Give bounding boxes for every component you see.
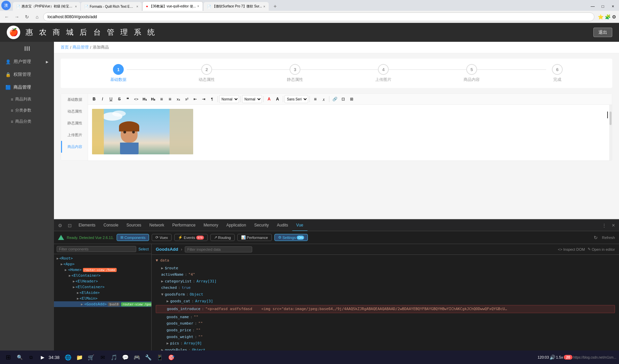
devtools-tab-elements[interactable]: Elements: [75, 220, 99, 231]
toolbar-image[interactable]: ⊡: [339, 95, 347, 103]
sidebar-item-goods[interactable]: 🟦 商品管理: [0, 81, 54, 94]
devtools-inspect-icon[interactable]: ⊡: [65, 220, 75, 231]
comp-elaside[interactable]: ▶ <ElAside>: [54, 290, 151, 296]
devtools-tab-security[interactable]: Security: [250, 220, 273, 231]
comp-root[interactable]: ▶ <Root>: [54, 255, 151, 261]
comp-elheader[interactable]: ▶ <ElHeader>: [54, 278, 151, 284]
editor-tab-static[interactable]: 静态属性: [61, 117, 88, 129]
toolbar-sup[interactable]: x²: [183, 95, 191, 103]
devtools-tab-memory[interactable]: Memory: [200, 220, 222, 231]
editor-body[interactable]: [88, 105, 612, 160]
comp-app[interactable]: ▶ <App>: [54, 261, 151, 267]
taskbar-app-10[interactable]: 🎯: [166, 352, 177, 363]
toolbar-direction[interactable]: ¶: [208, 95, 216, 103]
comp-home[interactable]: ▶ <Home> router-view /home: [54, 267, 151, 273]
devtools-more-icon[interactable]: ⋮: [599, 223, 609, 228]
breadcrumb-goods-manage[interactable]: 商品管理: [72, 44, 89, 50]
vue-refresh-icon[interactable]: ↻: [592, 234, 599, 242]
toolbar-indent-in[interactable]: ⇥: [200, 95, 208, 103]
devtools-tab-sources[interactable]: Sources: [122, 220, 145, 231]
tab-1-close[interactable]: ×: [75, 5, 77, 8]
select-button[interactable]: Select: [138, 247, 149, 251]
tab-2[interactable]: 📄 Formats - Quill Rich Text Editi... ×: [81, 2, 142, 11]
taskbar-app-8[interactable]: 🔧: [143, 352, 154, 363]
sidebar-sub-item-params[interactable]: ≡ 分类参数: [0, 105, 54, 116]
editor-tab-basic[interactable]: 基础数据: [61, 94, 88, 105]
inspect-filter-input[interactable]: [185, 246, 252, 252]
toolbar-underline[interactable]: U: [107, 95, 115, 103]
logout-button[interactable]: 退出: [593, 28, 612, 37]
editor-tab-upload[interactable]: 上传图片: [61, 129, 88, 141]
taskbar-ie-icon[interactable]: 🌐: [63, 352, 73, 363]
taskbar-store-icon[interactable]: 🛒: [86, 352, 96, 363]
comp-goodsadd[interactable]: ▶ <GoodsAdd> $val0 router-view /good: [54, 301, 151, 307]
devtools-tab-application[interactable]: Application: [222, 220, 250, 231]
taskbar-app-7[interactable]: 🎮: [131, 352, 142, 363]
vue-nav-components[interactable]: ⊞ Components: [117, 234, 149, 241]
toolbar-sub[interactable]: x₂: [174, 95, 182, 103]
address-input[interactable]: localhost:8080/#/goods/add: [43, 12, 594, 21]
toolbar-list-ordered[interactable]: ≡: [157, 95, 166, 103]
editor-tab-dynamic[interactable]: 动态属性: [61, 105, 88, 117]
toolbar-indent-out[interactable]: ⇤: [191, 95, 199, 103]
taskbar-mail-icon[interactable]: ✉: [97, 352, 108, 363]
settings-icon[interactable]: ⚙: [612, 14, 616, 20]
sidebar-item-permission[interactable]: 🔒 权限管理: [0, 68, 54, 81]
window-close[interactable]: ×: [608, 2, 618, 11]
toolbar-h1[interactable]: H₁: [141, 95, 149, 103]
tab-3-close[interactable]: ×: [197, 4, 199, 8]
taskbar-app-9[interactable]: 📱: [154, 352, 165, 363]
inspect-dom-button[interactable]: <> Inspect DOM: [558, 247, 585, 251]
toolbar-video[interactable]: ⊞: [348, 95, 356, 103]
vue-nav-settings[interactable]: ⚙ Settings ON: [274, 234, 308, 241]
window-minimize[interactable]: —: [588, 2, 597, 11]
toolbar-list-bullet[interactable]: ≡: [166, 95, 174, 103]
toolbar-align-right[interactable]: 𝑥: [320, 95, 328, 103]
back-button[interactable]: ←: [3, 13, 11, 21]
taskbar-app-6[interactable]: 💬: [120, 352, 131, 363]
comp-elmain[interactable]: ▶ <ElMain>: [54, 296, 151, 301]
devtools-tab-performance[interactable]: Performance: [168, 220, 200, 231]
toolbar-blockquote[interactable]: ❝: [124, 95, 132, 103]
devtools-tab-network[interactable]: Network: [145, 220, 168, 231]
toolbar-italic[interactable]: I: [98, 95, 107, 103]
tab-2-close[interactable]: ×: [136, 5, 138, 8]
extensions-icon[interactable]: 🧩: [605, 14, 611, 20]
toolbar-bold[interactable]: B: [90, 95, 98, 103]
taskbar-explorer-icon[interactable]: 📁: [74, 352, 85, 363]
editor-scrollbar-thumb[interactable]: [610, 112, 612, 125]
vue-nav-events[interactable]: ⚡ Events 978: [174, 234, 208, 241]
toolbar-bgcolor[interactable]: A: [273, 95, 282, 103]
sidebar-sub-item-goods-cat[interactable]: ≡ 商品分类: [0, 116, 54, 127]
toolbar-font-size-select[interactable]: Normal: [242, 95, 262, 103]
tab-1[interactable]: 📄 惠农宝（PHP&Vue）初级 (哈宝宝) 2020-04-24年 - Vue…: [13, 2, 80, 11]
devtools-close-icon[interactable]: ×: [609, 222, 618, 229]
toolbar-h2[interactable]: H₂: [149, 95, 157, 103]
tab-4-close[interactable]: ×: [263, 5, 265, 8]
forward-button[interactable]: →: [13, 13, 21, 21]
home-button[interactable]: ⌂: [33, 13, 41, 21]
editor-scrollbar[interactable]: [609, 105, 612, 160]
tab-3[interactable]: ● 【36教漏】vue-quill-editor 使... ×: [142, 1, 203, 11]
volume-icon[interactable]: 🔊: [550, 355, 555, 360]
goodscat-expander[interactable]: ▶: [167, 298, 169, 304]
toolbar-code[interactable]: <>: [132, 95, 140, 103]
pics-expander[interactable]: ▶: [167, 340, 169, 346]
open-editor-button[interactable]: ✎ Open in editor: [588, 247, 615, 251]
toolbar-link[interactable]: 🔗: [331, 95, 339, 103]
new-tab-button[interactable]: +: [271, 2, 279, 11]
tab-4[interactable]: 📄 【微软Surface Pro 7】微软 Sur... ×: [204, 2, 269, 11]
toolbar-font-select[interactable]: Sans Serif: [285, 95, 308, 103]
devtools-tab-audits[interactable]: Audits: [273, 220, 292, 231]
vue-nav-vuex[interactable]: ⟳ Vuex: [152, 234, 172, 241]
toolbar-color[interactable]: A: [265, 95, 273, 103]
search-taskbar-icon[interactable]: 🔍: [14, 352, 25, 363]
goodsform-expander[interactable]: ▼: [161, 292, 164, 298]
toolbar-align[interactable]: ≡: [311, 95, 319, 103]
star-icon[interactable]: ⭐: [598, 14, 603, 20]
sidebar-sub-item-goods-list[interactable]: ≡ 商品列表: [0, 94, 54, 105]
task-view-icon[interactable]: ⧉: [26, 352, 36, 363]
devtools-tab-console[interactable]: Console: [99, 220, 122, 231]
vue-nav-routing[interactable]: ↗ Routing: [210, 234, 235, 241]
categorylist-expander[interactable]: ▶: [161, 278, 164, 284]
